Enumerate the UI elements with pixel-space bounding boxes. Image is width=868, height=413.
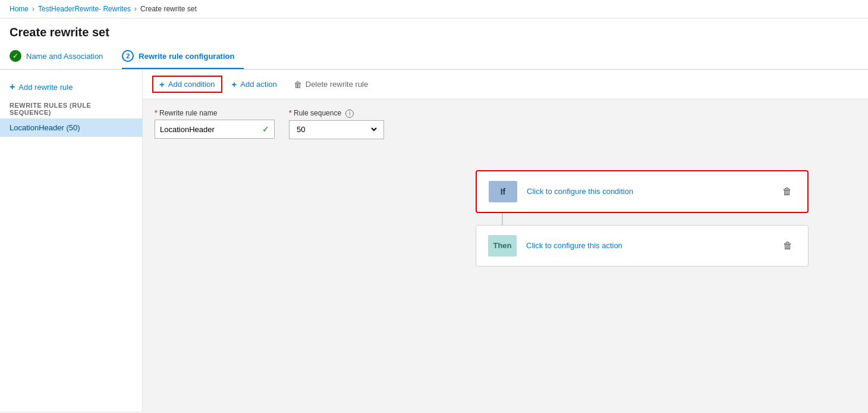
add-condition-button[interactable]: + Add condition (152, 76, 222, 93)
breadcrumb-current: Create rewrite set (140, 5, 197, 13)
add-action-label: Add action (240, 80, 276, 89)
tab-number-badge: 2 (122, 50, 134, 62)
delete-rule-label: Delete rewrite rule (306, 80, 369, 89)
rule-name-group: * Rewrite rule name ✓ (155, 109, 275, 139)
rule-sequence-required-star: * (289, 109, 292, 117)
rule-sequence-select-wrap: 50 (289, 120, 384, 139)
rules-section-label: REWRITE RULES (RULE SEQUENCE) (0, 97, 142, 118)
rule-name-input[interactable] (160, 125, 260, 134)
main-layout: + Add rewrite rule REWRITE RULES (RULE S… (0, 70, 868, 411)
rule-item[interactable]: LocationHeader (50) (0, 118, 142, 137)
breadcrumb-home[interactable]: Home (10, 5, 29, 13)
condition-block: If Click to configure this condition 🗑 (476, 170, 809, 213)
toolbar: + Add condition + Add action 🗑 Delete re… (143, 70, 868, 99)
breadcrumb: Home › TestHeaderRewrite- Rewrites › Cre… (0, 0, 868, 18)
delete-condition-button[interactable]: 🗑 (779, 185, 795, 198)
tab-name-association[interactable]: ✓ Name and Association (10, 44, 112, 69)
sidebar: + Add rewrite rule REWRITE RULES (RULE S… (0, 70, 143, 411)
rule-sequence-select[interactable]: 50 (294, 124, 379, 134)
delete-rewrite-rule-button[interactable]: 🗑 Delete rewrite rule (287, 76, 376, 93)
tab-check-icon: ✓ (10, 50, 21, 62)
delete-action-icon: 🗑 (783, 240, 792, 251)
delete-trash-icon: 🗑 (294, 80, 302, 89)
breadcrumb-sep-1: › (32, 5, 34, 13)
rule-sequence-label: * Rule sequence i (289, 109, 384, 118)
configure-condition-link[interactable]: Click to configure this condition (527, 187, 769, 196)
rule-sequence-group: * Rule sequence i 50 (289, 109, 384, 139)
rule-name-check-icon: ✓ (262, 124, 269, 134)
breadcrumb-rewrite[interactable]: TestHeaderRewrite- Rewrites (38, 5, 131, 13)
content-area: + Add condition + Add action 🗑 Delete re… (143, 70, 868, 411)
action-row: Then Click to configure this action 🗑 (476, 226, 808, 266)
delete-action-button[interactable]: 🗑 (779, 239, 796, 252)
page-title: Create rewrite set (10, 26, 858, 39)
breadcrumb-sep-2: › (134, 5, 137, 13)
add-rewrite-rule-button[interactable]: + Add rewrite rule (0, 77, 82, 97)
form-row: * Rewrite rule name ✓ * Rule sequence i (155, 109, 856, 139)
tab-rewrite-rule-config[interactable]: 2 Rewrite rule configuration (122, 44, 244, 69)
if-badge: If (489, 181, 517, 202)
tabs-bar: ✓ Name and Association 2 Rewrite rule co… (0, 44, 868, 70)
rule-sequence-info-icon: i (345, 109, 354, 118)
rule-name-label: * Rewrite rule name (155, 109, 275, 117)
add-condition-plus-icon: + (159, 79, 165, 89)
tab-rewrite-rule-label: Rewrite rule configuration (139, 52, 234, 61)
configure-action-link[interactable]: Click to configure this action (526, 241, 770, 250)
add-action-button[interactable]: + Add action (225, 76, 284, 93)
delete-condition-icon: 🗑 (782, 186, 792, 196)
vertical-connector (502, 213, 503, 225)
form-area: * Rewrite rule name ✓ * Rule sequence i (143, 99, 868, 158)
rule-name-input-wrap: ✓ (155, 120, 275, 139)
add-condition-label: Add condition (168, 80, 215, 89)
add-action-plus-icon: + (232, 79, 237, 89)
tab-name-association-label: Name and Association (26, 52, 103, 61)
add-rule-plus-icon: + (10, 82, 15, 92)
condition-row: If Click to configure this condition 🗑 (477, 171, 807, 212)
then-badge: Then (488, 235, 517, 256)
rule-name-required-star: * (155, 109, 158, 117)
diagram-area: If Click to configure this condition 🗑 T… (143, 158, 832, 279)
add-rule-label: Add rewrite rule (18, 83, 73, 92)
page-header: Create rewrite set (0, 18, 868, 44)
connector-container (476, 213, 809, 225)
action-block: Then Click to configure this action 🗑 (476, 225, 809, 267)
